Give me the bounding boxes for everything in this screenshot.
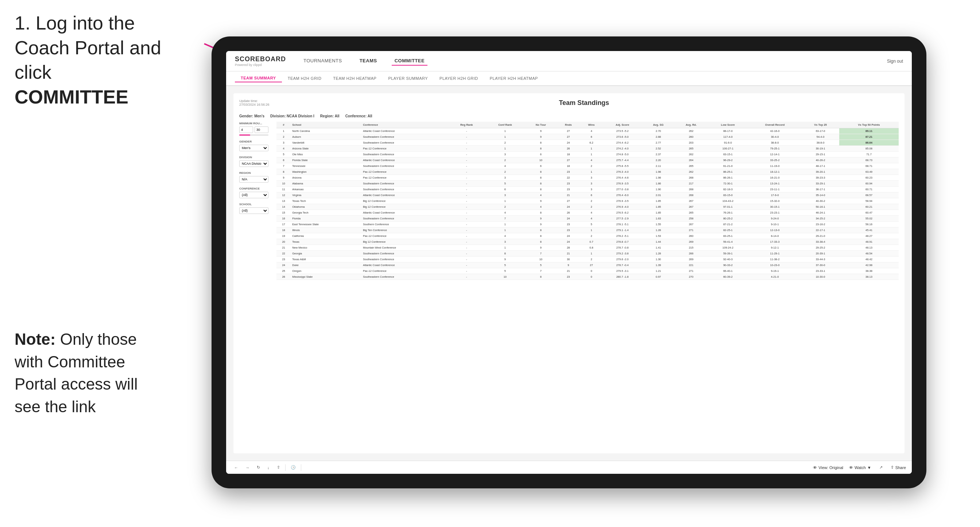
cell-avg-rd: 268 [675, 192, 708, 198]
cell-no-tour: 4 [525, 204, 557, 210]
cell-conf-rank: 7 [485, 216, 525, 222]
sub-nav-player-summary[interactable]: PLAYER SUMMARY [382, 75, 434, 82]
cell-school: Texas A&M [291, 257, 361, 262]
cell-conference: Southeastern Conference [361, 181, 448, 187]
cell-avg-sg: 1.90 [642, 187, 675, 192]
conference-filter-group: Conference (All) [239, 187, 272, 198]
sub-nav-player-h2h-grid[interactable]: PLAYER H2H GRID [434, 75, 484, 82]
cell-vs-top25: 23-33-1 [802, 268, 839, 274]
cell-rank: 7 [277, 163, 291, 169]
table-row: 21 New Mexico Mountain West Conference -… [277, 245, 899, 251]
cell-no-tour: 8 [525, 227, 557, 233]
toolbar-divider-2 [301, 464, 301, 471]
col-rank: # [277, 122, 291, 128]
cell-conf-rank: 5 [485, 181, 525, 187]
cell-reg-rank: - [448, 192, 485, 198]
cell-avg-sg: 2.88 [642, 134, 675, 140]
toolbar-share-button[interactable]: ⇧ Share [891, 464, 906, 471]
cell-conference: Big 12 Conference [361, 204, 448, 210]
toolbar-expand[interactable]: ↗ [877, 464, 885, 471]
cell-avg-rd: 269 [675, 239, 708, 245]
table-row: 1 North Carolina Atlantic Coast Conferen… [277, 128, 899, 134]
cell-conf-rank: 1 [485, 134, 525, 140]
step-text: 1. Log into the Coach Portal and click C… [14, 11, 168, 110]
cell-avg-rd: 266 [675, 251, 708, 257]
cell-conference: Atlantic Coast Conference [361, 128, 448, 134]
toolbar-view-original[interactable]: 👁 View: Original [813, 464, 843, 471]
school-select[interactable]: (All) [239, 207, 269, 214]
cell-school: California [291, 233, 361, 239]
cell-avg-rd: 267 [675, 198, 708, 204]
conference-select[interactable]: (All) [239, 192, 269, 198]
sub-nav-team-h2h-heatmap[interactable]: TEAM H2H HEATMAP [327, 75, 382, 82]
cell-reg-rank: - [448, 216, 485, 222]
cell-adj-score: 277.5 -2.9 [603, 216, 642, 222]
cell-rank: 8 [277, 169, 291, 175]
cell-rank: 17 [277, 222, 291, 227]
nav-item-tournaments[interactable]: TOURNAMENTS [301, 57, 345, 66]
cell-school: New Mexico [291, 245, 361, 251]
toolbar-back[interactable]: ← [232, 464, 240, 471]
cell-low: 88-17-0 [708, 128, 748, 134]
cell-adj-score: 278.8 -0.7 [603, 239, 642, 245]
toolbar-clock[interactable]: 🕓 [288, 464, 298, 471]
cell-avg-sg: 2.11 [642, 163, 675, 169]
cell-pts: 85.08 [839, 146, 899, 152]
cell-reg-rank: - [448, 251, 485, 257]
cell-no-tour: 8 [525, 169, 557, 175]
gender-select[interactable]: Men's Women's [239, 145, 269, 151]
cell-overall: 12-13-0 [748, 227, 802, 233]
cell-low: 82-18-3 [708, 187, 748, 192]
logo-powered: Powered by clippd [235, 63, 286, 67]
division-select[interactable]: NCAA Division I [239, 160, 269, 167]
panel-title: Team Standings [269, 99, 899, 107]
cell-avg-sg: 2.37 [642, 152, 675, 157]
cell-vs-top25: 40-30-2 [802, 198, 839, 204]
tablet-frame: SCOREBOARD Powered by clippd TOURNAMENTS… [212, 37, 926, 488]
conference-label: Conference: [345, 114, 366, 118]
sub-nav-player-h2h-heatmap[interactable]: PLAYER H2H HEATMAP [484, 75, 544, 82]
toolbar-refresh[interactable]: ↻ [255, 464, 262, 471]
cell-pts: 48.91 [839, 239, 899, 245]
table-row: 6 Florida State Atlantic Coast Conferenc… [277, 157, 899, 163]
sub-nav-team-h2h-grid[interactable]: TEAM H2H GRID [282, 75, 328, 82]
region-select[interactable]: N/A [239, 176, 269, 183]
cell-avg-sg: 2.70 [642, 128, 675, 134]
toolbar-watch[interactable]: 👁 Watch ▼ [849, 464, 871, 471]
toolbar-download[interactable]: ↓ [265, 464, 272, 471]
cell-avg-rd: 221 [675, 262, 708, 268]
cell-vs-top25: 33-29-1 [802, 181, 839, 187]
toolbar-share-small[interactable]: ⇧ [275, 464, 282, 471]
nav-item-committee[interactable]: COMMITTEE [392, 57, 428, 66]
min-rounds-min[interactable] [239, 127, 253, 133]
cell-low: 66-40-1 [708, 268, 748, 274]
nav-items: TOURNAMENTS TEAMS COMMITTEE [301, 57, 887, 66]
cell-pts: 60.94 [839, 181, 899, 187]
cell-conference: Southeastern Conference [361, 187, 448, 192]
min-rounds-label: Minimum Rou... [239, 122, 272, 125]
cell-adj-score: 278.7 -0.4 [603, 262, 642, 268]
min-rounds-max[interactable] [255, 127, 269, 133]
nav-item-teams[interactable]: TEAMS [357, 57, 380, 66]
cell-adj-score: 278.2 -5.1 [603, 233, 642, 239]
cell-no-tour: 4 [525, 192, 557, 198]
panel-header: Update time: 27/03/2024 16:56:26 Team St… [239, 99, 899, 110]
cell-wins: 2 [580, 198, 603, 204]
cell-rnds: 24 [557, 204, 580, 210]
cell-no-tour: 6 [525, 152, 557, 157]
sign-out-button[interactable]: Sign out [887, 59, 903, 64]
cell-wins: 4 [580, 210, 603, 216]
cell-reg-rank: - [448, 239, 485, 245]
cell-adj-score: 276.9 -3.5 [603, 181, 642, 187]
toolbar-forward[interactable]: → [243, 464, 251, 471]
cell-no-tour: 8 [525, 140, 557, 146]
cell-overall: 9-12-1 [748, 245, 802, 251]
sub-nav-team-summary[interactable]: TEAM SUMMARY [235, 75, 282, 83]
cell-low: 83-15-0 [708, 192, 748, 198]
cell-pts: 86.64 [839, 140, 899, 146]
table-row: 11 Arkansas Southeastern Conference - 6 … [277, 187, 899, 192]
update-time-area: Update time: 27/03/2024 16:56:26 [239, 99, 269, 106]
cell-reg-rank: - [448, 187, 485, 192]
cell-vs-top25: 23-16-2 [802, 222, 839, 227]
cell-conf-rank: 3 [485, 239, 525, 245]
